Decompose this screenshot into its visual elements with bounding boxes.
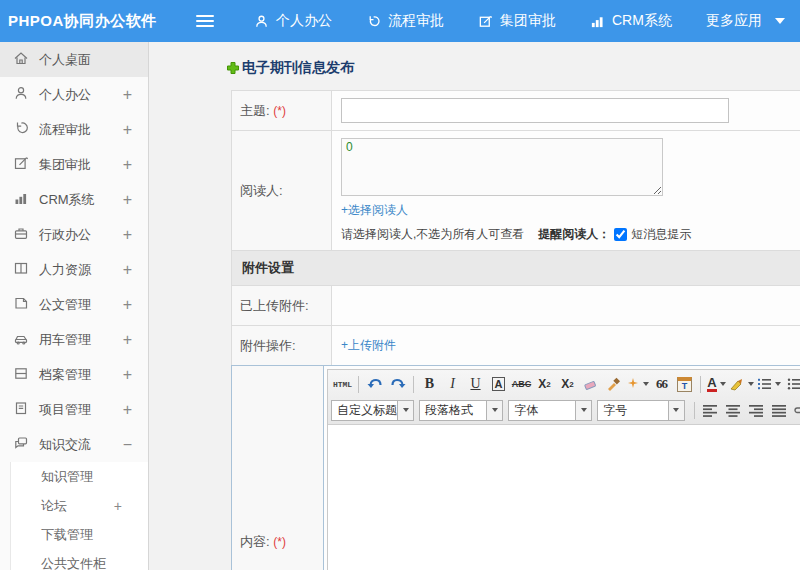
- subject-row: 主题: (*): [232, 91, 800, 131]
- editor-content-area[interactable]: [328, 425, 800, 570]
- content-row: 内容: (*) HTML: [232, 366, 800, 570]
- briefcase-icon: [13, 225, 29, 244]
- highlight-color-icon[interactable]: [728, 373, 755, 395]
- font-family-select[interactable]: 字体: [508, 400, 592, 421]
- document-icon: [13, 295, 29, 314]
- bar-chart-icon: [13, 190, 29, 209]
- sidebar-subitem-forum[interactable]: 论坛 +: [11, 491, 148, 520]
- top-nav-menu: 个人办公 流程审批 集团审批 CRM系统 更多应用: [254, 12, 785, 30]
- sms-remind-checkbox[interactable]: [614, 228, 627, 241]
- process-icon: [13, 120, 29, 139]
- expand-plus-icon[interactable]: +: [123, 331, 132, 349]
- chat-icon: [13, 435, 29, 454]
- align-center-icon[interactable]: [722, 399, 745, 421]
- sidebar-item-personal-office[interactable]: 个人办公 +: [0, 77, 148, 112]
- topnav-item-more-apps[interactable]: 更多应用: [706, 12, 785, 30]
- unordered-list-icon[interactable]: [782, 373, 800, 395]
- sidebar-item-process-approval[interactable]: 流程审批 +: [0, 112, 148, 147]
- superscript-button[interactable]: X2: [533, 373, 556, 395]
- underline-button[interactable]: U: [464, 373, 487, 395]
- edit-square-icon: [13, 155, 29, 174]
- topnav-item-crm[interactable]: CRM系统: [590, 12, 672, 30]
- autotype-wand-icon[interactable]: [625, 373, 650, 395]
- eraser-icon[interactable]: [579, 373, 602, 395]
- hamburger-menu-icon[interactable]: [196, 15, 214, 27]
- content-label: 内容: (*): [232, 366, 324, 570]
- format-painter-icon[interactable]: [602, 373, 625, 395]
- main-content: 电子期刊信息发布 主题: (*) 阅读人: 0 +选择阅读人: [150, 42, 800, 570]
- align-left-icon[interactable]: [699, 399, 722, 421]
- subject-label: 主题: (*): [232, 91, 332, 131]
- chevron-down-icon: [486, 401, 502, 420]
- readers-textarea[interactable]: 0: [341, 138, 663, 196]
- sidebar-item-group-approval[interactable]: 集团审批 +: [0, 147, 148, 182]
- sidebar-item-official-docs[interactable]: 公文管理 +: [0, 287, 148, 322]
- attachment-section-row: 附件设置: [232, 251, 800, 286]
- expand-plus-icon[interactable]: +: [123, 261, 132, 279]
- insert-link-icon[interactable]: [791, 399, 800, 421]
- sms-remind-label: 短消息提示: [631, 226, 691, 243]
- select-readers-link[interactable]: +选择阅读人: [341, 202, 408, 219]
- edit-square-icon: [478, 14, 493, 29]
- font-size-select[interactable]: 字号: [597, 400, 685, 421]
- redo-icon[interactable]: [386, 373, 409, 395]
- custom-heading-select[interactable]: 自定义标题: [331, 400, 414, 421]
- paragraph-format-select[interactable]: 段落格式: [419, 400, 503, 421]
- sidebar-subitem-public-cabinet[interactable]: 公共文件柜: [11, 549, 148, 570]
- upload-attachment-link[interactable]: +上传附件: [341, 338, 396, 352]
- sidebar: 个人桌面 个人办公 + 流程审批 + 集团审批 + CRM系统 + 行政办公 +: [0, 42, 149, 570]
- sidebar-subitem-downloads[interactable]: 下载管理: [11, 520, 148, 549]
- undo-icon[interactable]: [363, 373, 386, 395]
- topnav-item-group-approval[interactable]: 集团审批: [478, 12, 556, 30]
- topnav-item-process-approval[interactable]: 流程审批: [366, 12, 444, 30]
- user-icon: [13, 85, 29, 104]
- paste-clipboard-icon[interactable]: T: [673, 373, 696, 395]
- caret-down-icon: [775, 18, 785, 24]
- expand-plus-icon[interactable]: +: [123, 121, 132, 139]
- chevron-down-icon: [575, 401, 591, 420]
- app-window: PHPOA协同办公软件 个人办公 流程审批 集团审批 CRM系统 更多应用: [0, 0, 800, 570]
- font-style-button[interactable]: A: [487, 373, 510, 395]
- rich-text-editor: HTML B I U A ABC: [327, 369, 800, 570]
- subject-input[interactable]: [341, 98, 729, 123]
- readers-hint: 请选择阅读人,不选为所有人可查看 提醒阅读人： 短消息提示: [341, 226, 800, 243]
- editor-toolbar: HTML B I U A ABC: [328, 370, 800, 425]
- expand-plus-icon[interactable]: +: [123, 156, 132, 174]
- sidebar-item-knowledge[interactable]: 知识交流 −: [0, 427, 148, 462]
- expand-plus-icon[interactable]: +: [114, 498, 122, 514]
- blockquote-button[interactable]: 66: [650, 373, 673, 395]
- home-icon: [13, 50, 29, 69]
- font-color-button[interactable]: A: [705, 373, 728, 395]
- page-title: 电子期刊信息发布: [226, 59, 800, 77]
- expand-plus-icon[interactable]: +: [123, 296, 132, 314]
- sidebar-subitem-knowledge-mgmt[interactable]: 知识管理: [11, 462, 148, 491]
- app-logo: PHPOA协同办公软件: [0, 12, 196, 31]
- collapse-minus-icon[interactable]: −: [123, 436, 132, 454]
- topnav-item-personal-office[interactable]: 个人办公: [254, 12, 332, 30]
- italic-button[interactable]: I: [441, 373, 464, 395]
- attachment-ops-row: 附件操作: +上传附件: [232, 326, 800, 366]
- sidebar-item-hr[interactable]: 人力资源 +: [0, 252, 148, 287]
- sidebar-item-desktop[interactable]: 个人桌面: [0, 42, 148, 77]
- sidebar-item-crm[interactable]: CRM系统 +: [0, 182, 148, 217]
- sidebar-item-admin-office[interactable]: 行政办公 +: [0, 217, 148, 252]
- expand-plus-icon[interactable]: +: [123, 226, 132, 244]
- subscript-button[interactable]: X2: [556, 373, 579, 395]
- sidebar-item-archives[interactable]: 档案管理 +: [0, 357, 148, 392]
- expand-plus-icon[interactable]: +: [123, 86, 132, 104]
- strikethrough-button[interactable]: ABC: [510, 373, 533, 395]
- notebook-icon: [13, 400, 29, 419]
- ordered-list-icon[interactable]: [755, 373, 782, 395]
- bold-button[interactable]: B: [418, 373, 441, 395]
- expand-plus-icon[interactable]: +: [123, 366, 132, 384]
- align-justify-icon[interactable]: [768, 399, 791, 421]
- expand-plus-icon[interactable]: +: [123, 191, 132, 209]
- sidebar-item-projects[interactable]: 项目管理 +: [0, 392, 148, 427]
- process-icon: [366, 14, 381, 29]
- expand-plus-icon[interactable]: +: [123, 401, 132, 419]
- sidebar-item-vehicle[interactable]: 用车管理 +: [0, 322, 148, 357]
- align-right-icon[interactable]: [745, 399, 768, 421]
- html-source-button[interactable]: HTML: [331, 373, 354, 395]
- top-navbar: PHPOA协同办公软件 个人办公 流程审批 集团审批 CRM系统 更多应用: [0, 0, 800, 42]
- chevron-down-icon: [397, 401, 413, 420]
